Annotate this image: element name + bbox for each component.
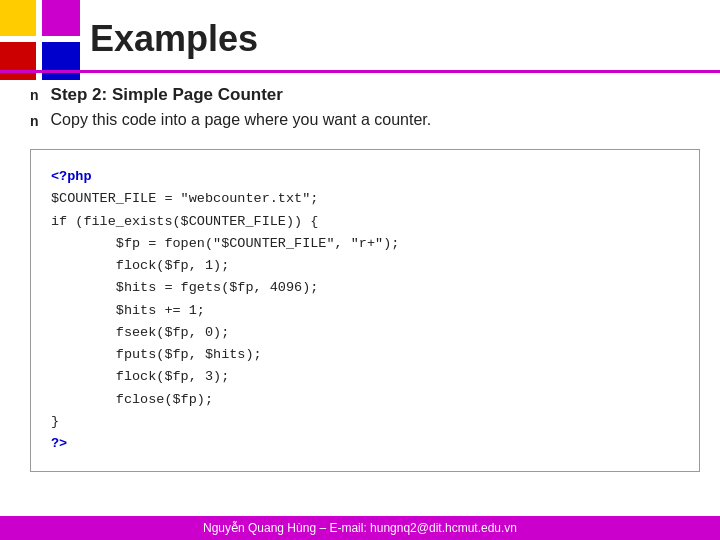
code-line-2: if (file_exists($COUNTER_FILE)) { xyxy=(51,211,679,233)
title-underline xyxy=(0,70,720,73)
footer-bar: Nguyễn Quang Hùng – E-mail: hungnq2@dit.… xyxy=(0,516,720,540)
code-line-10: fclose($fp); xyxy=(51,389,679,411)
svg-rect-2 xyxy=(42,0,80,38)
svg-rect-5 xyxy=(0,36,80,42)
code-line-9: flock($fp, 3); xyxy=(51,366,679,388)
footer-text: Nguyễn Quang Hùng – E-mail: hungnq2@dit.… xyxy=(203,521,517,535)
content-area: n Step 2: Simple Page Counter n Copy thi… xyxy=(30,85,700,472)
code-line-12: ?> xyxy=(51,433,679,455)
code-line-6: $hits += 1; xyxy=(51,300,679,322)
bullet-item-1: n Step 2: Simple Page Counter xyxy=(30,85,700,105)
code-line-11: } xyxy=(51,411,679,433)
code-line-0: <?php xyxy=(51,166,679,188)
page-title: Examples xyxy=(90,18,258,60)
bullet-text-2: Copy this code into a page where you wan… xyxy=(51,111,432,129)
code-block: <?php $COUNTER_FILE = "webcounter.txt"; … xyxy=(30,149,700,472)
svg-rect-1 xyxy=(0,42,38,80)
code-line-1: $COUNTER_FILE = "webcounter.txt"; xyxy=(51,188,679,210)
code-line-5: $hits = fgets($fp, 4096); xyxy=(51,277,679,299)
code-line-3: $fp = fopen("$COUNTER_FILE", "r+"); xyxy=(51,233,679,255)
bullet-marker-1: n xyxy=(30,87,39,103)
bullet-text-1: Step 2: Simple Page Counter xyxy=(51,85,283,105)
code-line-8: fputs($fp, $hits); xyxy=(51,344,679,366)
bullet-marker-2: n xyxy=(30,113,39,129)
code-line-4: flock($fp, 1); xyxy=(51,255,679,277)
bullet-item-2: n Copy this code into a page where you w… xyxy=(30,111,700,129)
code-line-7: fseek($fp, 0); xyxy=(51,322,679,344)
svg-rect-3 xyxy=(42,42,80,80)
svg-rect-0 xyxy=(0,0,38,38)
